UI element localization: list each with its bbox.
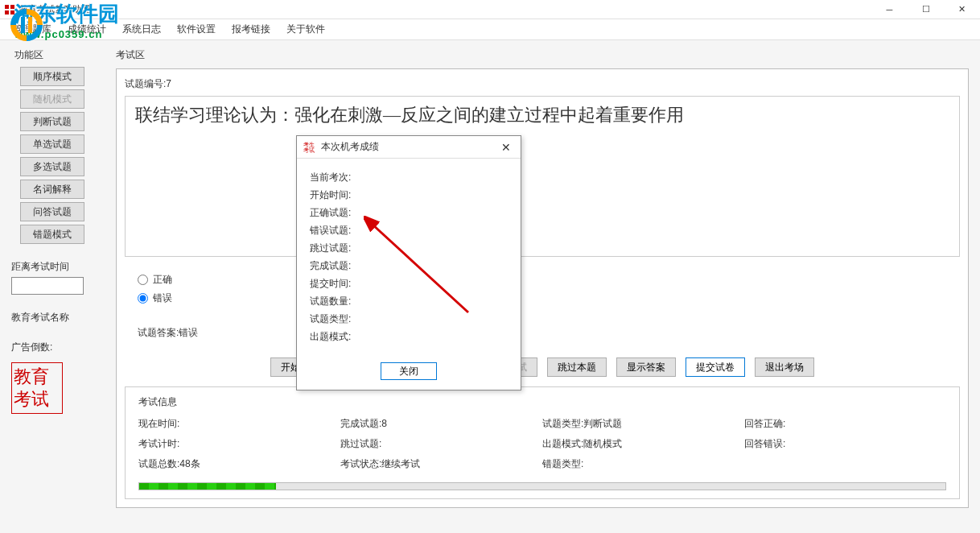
exam-area-label: 考试区 xyxy=(116,48,969,62)
info-done: 完成试题:8 xyxy=(340,417,542,431)
window-titlebar: 教育考试复习助理 ─ ☐ ✕ xyxy=(0,0,980,19)
menu-links[interactable]: 报考链接 xyxy=(225,19,277,39)
qtype-single-button[interactable]: 单选试题 xyxy=(20,134,84,154)
show-answer-button[interactable]: 显示答案 xyxy=(616,357,676,377)
countdown-box xyxy=(11,277,84,295)
close-button[interactable]: ✕ xyxy=(944,0,980,19)
exit-exam-button[interactable]: 退出考场 xyxy=(755,357,814,377)
skip-question-button[interactable]: 跳过本题 xyxy=(547,357,607,377)
mode-sequential-button[interactable]: 顺序模式 xyxy=(20,67,84,86)
dialog-row-start: 开始时间: xyxy=(310,188,508,202)
info-result-ok: 回答正确: xyxy=(744,417,946,431)
answer-display: 试题答案:错误 xyxy=(125,321,960,345)
menu-settings[interactable]: 软件设置 xyxy=(171,19,222,39)
dialog-body: 当前考次: 开始时间: 正确试题: 错误试题: 跳过试题: 完成试题: 提交时间… xyxy=(297,159,521,356)
main-area: 考试区 试题编号:7 联结学习理论认为：强化在刺激—反应之间的建立过程中起着重要… xyxy=(105,40,980,533)
menu-bar: 管理题库 成绩统计 系统日志 软件设置 报考链接 关于软件 xyxy=(0,19,980,40)
info-timer: 考试计时: xyxy=(138,437,340,451)
countdown-label: 距离考试时间 xyxy=(8,260,97,274)
dialog-row-skip: 跳过试题: xyxy=(310,242,508,255)
dialog-row-session: 当前考次: xyxy=(310,171,508,184)
svg-rect-2 xyxy=(5,10,9,14)
info-status: 考试状态:继续考试 xyxy=(340,457,542,471)
info-mode: 出题模式:随机模式 xyxy=(542,437,744,451)
dialog-row-correct: 正确试题: xyxy=(310,206,508,220)
radio-wrong[interactable]: 错误 xyxy=(138,291,947,305)
progress-fill xyxy=(139,483,276,490)
dialog-title: 本次机考成绩 xyxy=(321,140,379,154)
qtype-qa-button[interactable]: 问答试题 xyxy=(20,202,84,221)
maximize-button[interactable]: ☐ xyxy=(908,0,944,19)
menu-log[interactable]: 系统日志 xyxy=(116,19,167,39)
question-box: 联结学习理论认为：强化在刺激—反应之间的建立过程中起着重要作用 xyxy=(125,96,960,257)
minimize-button[interactable]: ─ xyxy=(871,0,908,19)
info-wrong-type: 错题类型: xyxy=(542,457,744,471)
app-icon xyxy=(3,3,16,16)
info-total: 试题总数:48条 xyxy=(138,457,340,471)
dialog-row-submit: 提交时间: xyxy=(310,277,508,291)
sidebar-section-label: 功能区 xyxy=(8,48,97,62)
dialog-row-wrong: 错误试题: xyxy=(310,224,508,238)
radio-correct[interactable]: 正确 xyxy=(138,273,947,287)
menu-about[interactable]: 关于软件 xyxy=(280,19,331,39)
progress-bar xyxy=(138,482,946,490)
window-title: 教育考试复习助理 xyxy=(19,3,90,15)
svg-rect-0 xyxy=(5,5,9,9)
svg-rect-3 xyxy=(10,10,14,14)
control-buttons: 开始考试 暂停考试 继续考试 停止考试 跳过本题 显示答案 提交试卷 退出考场 xyxy=(125,357,960,377)
exam-name-label: 教育考试名称 xyxy=(8,311,97,324)
dialog-close-button[interactable]: 关闭 xyxy=(381,362,437,380)
radio-correct-input[interactable] xyxy=(138,275,148,285)
svg-rect-1 xyxy=(10,5,14,9)
ad-countdown-label: 广告倒数: xyxy=(8,341,97,354)
radio-wrong-input[interactable] xyxy=(138,293,148,304)
submit-exam-button[interactable]: 提交试卷 xyxy=(686,357,745,377)
info-type: 试题类型:判断试题 xyxy=(542,417,744,431)
info-skip: 跳过试题: xyxy=(340,437,542,451)
exam-info-box: 考试信息 现在时间: 完成试题:8 试题类型:判断试题 回答正确: 考试计时: … xyxy=(125,386,960,499)
dialog-row-done: 完成试题: xyxy=(310,259,508,273)
qtype-judge-button[interactable]: 判断试题 xyxy=(20,112,84,131)
info-now: 现在时间: xyxy=(138,417,340,431)
sidebar: 功能区 顺序模式 随机模式 判断试题 单选试题 多选试题 名词解释 问答试题 错… xyxy=(0,40,105,533)
answer-options: 正确 错误 xyxy=(125,257,960,321)
question-text: 联结学习理论认为：强化在刺激—反应之间的建立过程中起着重要作用 xyxy=(135,103,949,127)
dialog-icon: 考生考试 xyxy=(303,141,316,154)
menu-stats[interactable]: 成绩统计 xyxy=(61,19,113,39)
dialog-row-mode: 出题模式: xyxy=(310,330,508,344)
dialog-titlebar[interactable]: 考生考试 本次机考成绩 ✕ xyxy=(297,136,521,159)
mode-wrong-button[interactable]: 错题模式 xyxy=(20,225,84,244)
dialog-row-type: 试题类型: xyxy=(310,312,508,326)
question-number: 试题编号:7 xyxy=(125,77,960,91)
exam-info-title: 考试信息 xyxy=(138,395,946,409)
menu-manage[interactable]: 管理题库 xyxy=(6,19,58,39)
qtype-term-button[interactable]: 名词解释 xyxy=(20,180,84,199)
qtype-multi-button[interactable]: 多选试题 xyxy=(20,157,84,176)
logo-stamp: 教育考试 xyxy=(11,362,63,414)
info-result-bad: 回答错误: xyxy=(744,437,946,451)
dialog-row-count: 试题数量: xyxy=(310,295,508,308)
dialog-close-icon[interactable]: ✕ xyxy=(498,141,514,154)
mode-random-button[interactable]: 随机模式 xyxy=(20,89,84,109)
score-dialog: 考生考试 本次机考成绩 ✕ 当前考次: 开始时间: 正确试题: 错误试题: 跳过… xyxy=(296,135,521,390)
